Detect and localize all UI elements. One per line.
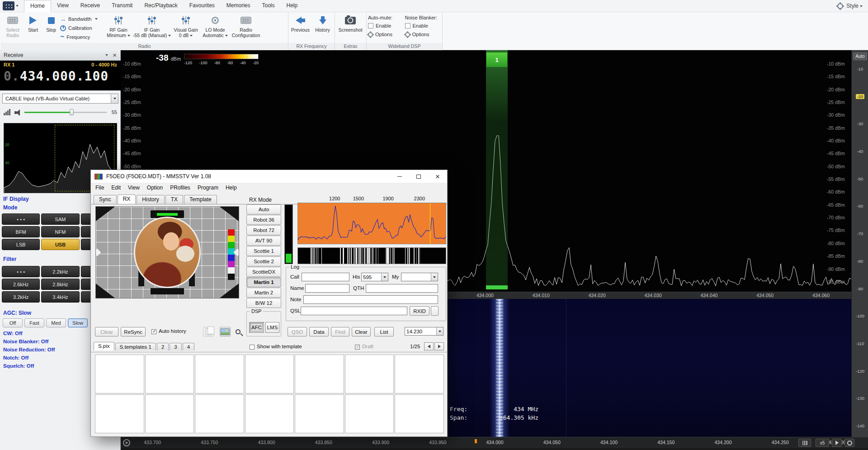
menu-item[interactable]: Option [143, 185, 166, 191]
tuned-frequency[interactable]: 0.434.000.100 [4, 69, 117, 84]
auto-history-checkbox[interactable] [151, 329, 156, 334]
auto-gain-button[interactable]: Auto [853, 52, 867, 60]
rf-gain-button[interactable]: RF GainMinimum [104, 13, 132, 42]
log-clear-button[interactable]: Clear [352, 327, 371, 336]
screenshot-button[interactable]: Screenshot [336, 13, 364, 42]
bandwidth-button[interactable]: Bandwidth [60, 15, 104, 23]
rxid-button[interactable]: RXID [410, 306, 429, 316]
waterfall-frequency-bar[interactable]: 433.700433.750433.800433.850433.900433.9… [121, 437, 868, 448]
ribbon-tab[interactable]: Favourites [184, 0, 221, 12]
lo-mode-button[interactable]: LO ModeAutomatic [201, 13, 229, 42]
agc-button[interactable]: Slow [68, 318, 88, 327]
sstv-mode-button[interactable]: B/W 12 [246, 298, 281, 308]
sstv-mode-button[interactable]: ScottieDX [246, 267, 281, 277]
gain-scale-value[interactable]: -140 [856, 423, 864, 428]
mmsstv-tab[interactable]: TX [165, 195, 183, 204]
band-frequency-combobox[interactable]: 14.230 [405, 327, 443, 336]
received-sstv-image[interactable] [95, 206, 239, 298]
gain-scale-value[interactable]: -60 [857, 204, 863, 208]
filter-button[interactable]: 2.8kHz [41, 279, 79, 290]
mmsstv-tab[interactable]: RX [118, 194, 136, 204]
sstv-mode-button[interactable]: Robot 36 [246, 215, 281, 225]
stock-picture-cell[interactable] [245, 394, 294, 433]
agc-button[interactable]: Fast [24, 318, 44, 327]
agc-button[interactable]: Off [3, 318, 23, 327]
tuned-signal-band[interactable] [486, 50, 508, 289]
menu-item[interactable]: Edit [108, 185, 124, 191]
menu-item[interactable]: Help [222, 185, 241, 191]
previous-page-button[interactable] [424, 342, 434, 351]
sstv-mode-button[interactable]: Martin 2 [246, 288, 281, 298]
stock-picture-tab[interactable]: 2 [157, 343, 169, 351]
mmsstv-window[interactable]: F5OEO (F5OEO.MDT) - MMSSTV Ver 1.08 File… [90, 170, 448, 437]
agc-section-label[interactable]: AGC: Slow [3, 310, 31, 316]
my-rst-combobox[interactable] [401, 273, 438, 281]
calibration-button[interactable]: Calibration [60, 24, 104, 32]
dsp-status-link[interactable]: Notch: Off [3, 355, 55, 360]
mmsstv-tab[interactable]: Sync [94, 195, 117, 204]
auto-mute-enable-checkbox[interactable]: Enable [368, 23, 404, 29]
mode-button[interactable]: • • • [2, 213, 40, 225]
audio-device-select[interactable]: CABLE Input (VB-Audio Virtual Cable) [2, 94, 118, 104]
mode-button[interactable]: LSB [2, 239, 40, 250]
stock-picture-tab[interactable]: S.templates 1 [115, 343, 156, 351]
rx-marker-badge[interactable]: 1 [486, 52, 508, 67]
call-input[interactable] [302, 273, 349, 281]
panel-collapse-caret-icon[interactable] [105, 54, 108, 56]
mode-button[interactable]: BFM [2, 226, 40, 237]
sstv-mode-button[interactable]: Auto [246, 204, 281, 214]
radio-configuration-button[interactable]: RadioConfiguration [230, 13, 262, 42]
menu-item[interactable]: Program [194, 185, 222, 191]
menu-item[interactable]: View [124, 185, 143, 191]
qsl-input[interactable] [301, 307, 407, 315]
dropdown-button[interactable] [111, 94, 118, 103]
qso-button[interactable]: QSO [288, 327, 307, 336]
data-button[interactable]: Data [309, 327, 329, 336]
gain-scale[interactable]: -10-20-30-40-50-60-70-80-90-100-110-120-… [852, 66, 868, 428]
stock-picture-tab[interactable]: S.pix [94, 342, 114, 351]
stock-picture-tab[interactable]: 4 [183, 343, 194, 351]
agc-button[interactable]: Med [46, 318, 66, 327]
draft-checkbox[interactable] [355, 345, 360, 350]
noise-blanker-enable-checkbox[interactable]: Enable [405, 23, 441, 29]
his-rst-combobox[interactable]: 595 [361, 273, 388, 281]
list-button[interactable]: List [374, 327, 394, 336]
mmsstv-tab[interactable]: Template [184, 195, 217, 204]
gain-scale-value[interactable]: -110 [856, 341, 864, 346]
gain-scale-value[interactable]: -10 [857, 66, 863, 71]
start-button[interactable]: Start [24, 13, 42, 42]
stock-picture-cell[interactable] [395, 394, 444, 433]
mmsstv-titlebar[interactable]: F5OEO (F5OEO.MDT) - MMSSTV Ver 1.08 [91, 170, 447, 183]
magnify-button[interactable] [232, 327, 243, 336]
select-radio-button[interactable]: SelectRadio [2, 13, 23, 42]
dsp-status-link[interactable]: Squelch: Off [3, 363, 55, 369]
mode-section-label[interactable]: Mode [3, 204, 17, 211]
dropdown-button[interactable] [381, 273, 388, 281]
volume-slider[interactable] [24, 109, 107, 116]
panel-close-icon[interactable] [113, 52, 117, 59]
dsp-status-link[interactable]: Noise Blanker: Off [3, 339, 55, 344]
auto-mute-options-button[interactable]: Options [368, 31, 404, 38]
dsp-status-link[interactable]: Noise Reduction: Off [3, 347, 55, 352]
previous-frequency-button[interactable]: Previous [290, 13, 311, 42]
mode-button[interactable]: SAM [41, 213, 79, 225]
stock-picture-cell[interactable] [195, 394, 244, 433]
zoom-level-button[interactable]: x5 [816, 439, 829, 447]
maximize-button[interactable] [409, 170, 428, 183]
dsp-status-link[interactable]: CW: Off [3, 331, 55, 336]
save-image-button[interactable] [220, 327, 231, 336]
filter-section-label[interactable]: Filter [3, 256, 16, 262]
gain-scale-value[interactable]: -70 [857, 231, 863, 236]
stock-picture-cell[interactable] [245, 355, 294, 393]
frequency-history-button[interactable]: History [312, 13, 333, 42]
speaker-icon[interactable] [14, 109, 21, 116]
resync-button[interactable]: ReSync [121, 327, 146, 336]
mode-button[interactable]: NFM [41, 226, 79, 237]
stock-picture-tab[interactable]: 3 [170, 343, 181, 351]
levels-icon[interactable] [4, 109, 11, 115]
gain-scale-value[interactable]: -120 [856, 369, 864, 374]
noise-blanker-options-button[interactable]: Options [405, 31, 441, 38]
gain-scale-value[interactable]: -100 [856, 313, 864, 318]
rx-clear-button[interactable]: Clear [95, 327, 118, 336]
stock-picture-cell[interactable] [95, 355, 144, 393]
